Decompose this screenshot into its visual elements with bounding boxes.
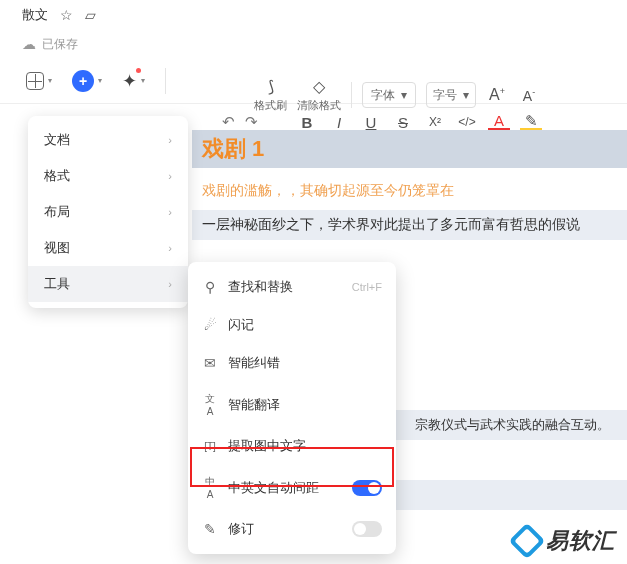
- heading-block[interactable]: 戏剧 1: [192, 130, 627, 168]
- chevron-down-icon: ▾: [463, 88, 469, 102]
- menu-item-tools[interactable]: 工具›: [28, 266, 188, 302]
- highlight-button[interactable]: ✎: [520, 114, 542, 130]
- menu-label: 文档: [44, 131, 70, 149]
- submenu-smart-translate[interactable]: 文A 智能翻译: [188, 382, 396, 427]
- underline-button[interactable]: U: [360, 114, 382, 131]
- menu-label: 布局: [44, 203, 70, 221]
- superscript-button[interactable]: X²: [424, 115, 446, 129]
- ocr-icon: [T]: [202, 441, 218, 452]
- correct-icon: ✉: [202, 355, 218, 371]
- size-label: 字号: [433, 87, 457, 104]
- menu-label: 视图: [44, 239, 70, 257]
- add-button[interactable]: + ▾: [72, 70, 102, 92]
- heading-text: 戏剧 1: [202, 136, 264, 161]
- chevron-right-icon: ›: [168, 170, 172, 182]
- doc-title: 散文: [22, 6, 48, 24]
- cloud-icon: ☁: [22, 36, 36, 52]
- submenu-auto-spacing[interactable]: 中A 中英文自动间距: [188, 465, 396, 510]
- submenu-label: 智能纠错: [228, 354, 280, 372]
- main-menu: 文档› 格式› 布局› 视图› 工具›: [28, 116, 188, 308]
- chevron-right-icon: ›: [168, 242, 172, 254]
- font-label: 字体: [371, 87, 395, 104]
- logo-icon: [509, 523, 546, 560]
- tools-submenu: ⚲ 查找和替换 Ctrl+F ☄ 闪记 ✉ 智能纠错 文A 智能翻译 [T] 提…: [188, 262, 396, 554]
- submenu-find-replace[interactable]: ⚲ 查找和替换 Ctrl+F: [188, 268, 396, 306]
- menu-item-view[interactable]: 视图›: [28, 230, 188, 266]
- shortcut-text: Ctrl+F: [352, 281, 382, 293]
- strikethrough-button[interactable]: S: [392, 114, 414, 131]
- chevron-right-icon: ›: [168, 206, 172, 218]
- submenu-ocr[interactable]: [T] 提取图中文字: [188, 427, 396, 465]
- menu-item-format[interactable]: 格式›: [28, 158, 188, 194]
- submenu-revision[interactable]: ✎ 修订: [188, 510, 396, 548]
- eraser-icon: ◇: [313, 78, 325, 96]
- wand-icon: ✦: [122, 70, 137, 92]
- submenu-label: 提取图中文字: [228, 437, 306, 455]
- menu-item-layout[interactable]: 布局›: [28, 194, 188, 230]
- flash-icon: ☄: [202, 317, 218, 333]
- italic-button[interactable]: I: [328, 114, 350, 131]
- text-fragment: 宗教仪式与武术实践的融合互动。: [415, 417, 610, 432]
- submenu-flash-note[interactable]: ☄ 闪记: [188, 306, 396, 344]
- brush-icon: ⟆: [268, 78, 274, 96]
- font-family-select[interactable]: 字体 ▾: [362, 82, 416, 108]
- submenu-smart-correct[interactable]: ✉ 智能纠错: [188, 344, 396, 382]
- undo-button[interactable]: ↶: [222, 113, 235, 131]
- toggle-switch[interactable]: [352, 480, 382, 496]
- ai-button[interactable]: ✦ ▾: [122, 70, 145, 92]
- menu-item-document[interactable]: 文档›: [28, 122, 188, 158]
- grid-icon: [26, 72, 44, 90]
- translate-icon: 文A: [202, 392, 218, 417]
- watermark: 易软汇: [514, 526, 615, 556]
- edit-icon: ✎: [202, 521, 218, 537]
- menu-label: 格式: [44, 167, 70, 185]
- font-size-select[interactable]: 字号 ▾: [426, 82, 476, 108]
- paragraph[interactable]: 戏剧的滥觞，，其确切起源至今仍笼罩在: [192, 168, 627, 210]
- font-color-button[interactable]: A: [488, 114, 510, 130]
- code-button[interactable]: </>: [456, 115, 478, 129]
- paragraph[interactable]: 一层神秘面纱之下，学术界对此提出了多元而富有哲思的假说: [192, 210, 627, 240]
- star-icon[interactable]: ☆: [60, 7, 73, 23]
- toggle-switch[interactable]: [352, 521, 382, 537]
- chevron-down-icon: ▾: [141, 76, 145, 85]
- separator: [165, 68, 166, 94]
- submenu-label: 修订: [228, 520, 254, 538]
- submenu-label: 查找和替换: [228, 278, 293, 296]
- redo-button[interactable]: ↷: [245, 113, 258, 131]
- increase-font-button[interactable]: A+: [486, 86, 508, 104]
- chevron-right-icon: ›: [168, 134, 172, 146]
- bold-button[interactable]: B: [296, 114, 318, 131]
- spacing-icon: 中A: [202, 475, 218, 500]
- menu-label: 工具: [44, 275, 70, 293]
- separator: [351, 82, 352, 108]
- watermark-text: 易软汇: [546, 526, 615, 556]
- chevron-down-icon: ▾: [401, 88, 407, 102]
- submenu-label: 中英文自动间距: [228, 479, 319, 497]
- submenu-label: 闪记: [228, 316, 254, 334]
- plus-icon: +: [72, 70, 94, 92]
- chevron-right-icon: ›: [168, 278, 172, 290]
- submenu-label: 智能翻译: [228, 396, 280, 414]
- bell-icon[interactable]: ▱: [85, 7, 96, 23]
- search-icon: ⚲: [202, 279, 218, 295]
- chevron-down-icon: ▾: [98, 76, 102, 85]
- apps-button[interactable]: ▾: [26, 72, 52, 90]
- decrease-font-button[interactable]: A-: [518, 87, 540, 104]
- chevron-down-icon: ▾: [48, 76, 52, 85]
- save-status: 已保存: [42, 36, 78, 53]
